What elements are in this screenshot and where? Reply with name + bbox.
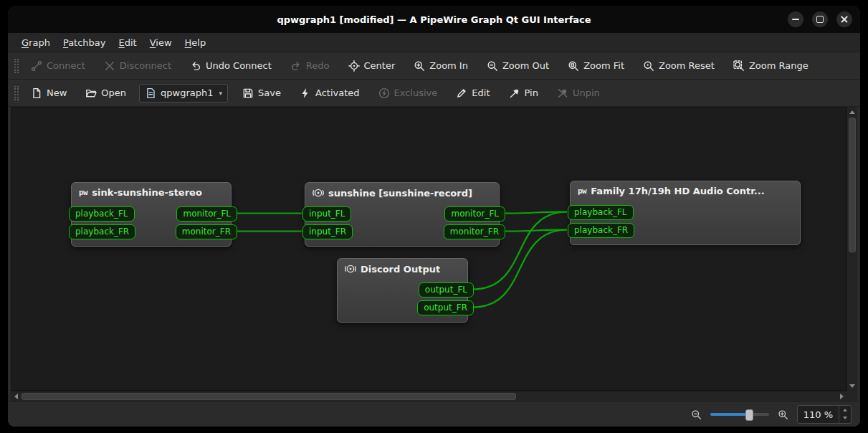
- application-icon: [345, 263, 356, 275]
- center-icon: [348, 60, 360, 72]
- menu-help[interactable]: Help: [178, 35, 213, 50]
- button-label: Zoom Range: [749, 60, 809, 71]
- toolbar-patchbay: NewOpenqpwgraph1▾SaveActivatedExclusiveE…: [8, 80, 860, 107]
- desktop-background: qpwgraph1 [modified] — A PipeWire Graph …: [0, 0, 868, 433]
- button-label: Unpin: [573, 87, 600, 98]
- minimize-button[interactable]: [788, 11, 803, 27]
- new-icon: [31, 87, 42, 99]
- zoom-spinbox[interactable]: 110 %: [797, 405, 852, 424]
- exclusive-button[interactable]: Exclusive: [373, 84, 444, 103]
- zoom-slider-fill: [710, 413, 749, 416]
- center-button[interactable]: Center: [343, 57, 401, 75]
- button-label: Undo Connect: [206, 60, 272, 71]
- activated-icon: [300, 87, 311, 99]
- patchbay-selector[interactable]: qpwgraph1▾: [139, 84, 228, 103]
- unpin-icon: [557, 87, 568, 99]
- node-discord-output[interactable]: Discord Outputoutput_FLoutput_FR: [337, 258, 468, 323]
- app-window: qpwgraph1 [modified] — A PipeWire Graph …: [8, 6, 860, 427]
- zoom-reset-button[interactable]: Zoom Reset: [637, 57, 720, 75]
- port-playback_FL[interactable]: playback_FL: [568, 205, 634, 220]
- pin-icon: [509, 87, 520, 99]
- zoom-range-button[interactable]: Zoom Range: [728, 57, 814, 75]
- node-title: sunshine [sunshine-record]: [328, 188, 472, 199]
- close-button[interactable]: [836, 11, 852, 27]
- button-label: Activated: [315, 87, 360, 98]
- node-header: pwsink-sunshine-stereo: [72, 183, 231, 198]
- horizontal-scrollbar-handle[interactable]: [22, 393, 516, 400]
- canvas-area: pwsink-sunshine-stereoplayback_FLplaybac…: [11, 107, 857, 401]
- zoom-out-button[interactable]: Zoom Out: [481, 57, 555, 75]
- open-button[interactable]: Open: [80, 84, 132, 103]
- port-input_FR[interactable]: input_FR: [302, 224, 353, 239]
- button-label: Open: [101, 87, 126, 98]
- exclusive-icon: [378, 87, 390, 99]
- patchbay-selector-value: qpwgraph1: [161, 87, 213, 98]
- spin-up-button[interactable]: [839, 406, 851, 414]
- minimize-icon: [792, 19, 799, 20]
- vertical-scrollbar-handle[interactable]: [849, 118, 856, 252]
- save-button[interactable]: Save: [237, 84, 287, 103]
- node-sunshine[interactable]: sunshine [sunshine-record]input_FLinput_…: [305, 182, 500, 247]
- horizontal-scrollbar[interactable]: [11, 391, 846, 401]
- port-monitor_FL[interactable]: monitor_FL: [444, 206, 505, 222]
- button-label: Zoom Fit: [583, 60, 624, 71]
- disconnect-button[interactable]: Disconnect: [98, 57, 177, 75]
- maximize-button[interactable]: [812, 11, 828, 27]
- zoom-out-icon: [487, 60, 498, 72]
- zoom-fit-button[interactable]: Zoom Fit: [562, 57, 630, 75]
- undo-icon: [190, 60, 201, 72]
- edit-button[interactable]: Edit: [450, 84, 495, 103]
- zoom-in-button[interactable]: Zoom In: [408, 57, 474, 75]
- port-output_FL[interactable]: output_FL: [419, 282, 474, 298]
- new-button[interactable]: New: [25, 84, 72, 103]
- node-header: sunshine [sunshine-record]: [305, 183, 499, 199]
- zoom-out-icon-button[interactable]: [691, 409, 702, 420]
- titlebar[interactable]: qpwgraph1 [modified] — A PipeWire Graph …: [8, 6, 860, 33]
- port-output_FR[interactable]: output_FR: [417, 300, 474, 315]
- menu-patchbay[interactable]: Patchbay: [57, 35, 113, 50]
- redo-button[interactable]: Redo: [285, 57, 335, 75]
- button-label: Redo: [306, 60, 330, 71]
- scroll-right-button[interactable]: [836, 391, 846, 401]
- scroll-up-button[interactable]: [847, 107, 857, 117]
- close-icon: [840, 15, 849, 24]
- zoom-slider[interactable]: [710, 409, 769, 419]
- scrollbar-corner: [846, 391, 857, 401]
- button-label: New: [47, 87, 67, 98]
- graph-canvas[interactable]: pwsink-sunshine-stereoplayback_FLplaybac…: [11, 107, 846, 391]
- zoom-in-icon-button[interactable]: [778, 409, 788, 420]
- port-monitor_FR[interactable]: monitor_FR: [176, 224, 237, 239]
- node-family-audio[interactable]: pwFamily 17h/19h HD Audio Contr...playba…: [570, 181, 801, 245]
- port-monitor_FL[interactable]: monitor_FL: [176, 206, 237, 222]
- node-header: Discord Output: [338, 259, 467, 275]
- spin-down-button[interactable]: [839, 414, 851, 422]
- zoom-in-icon: [414, 60, 425, 72]
- port-playback_FR[interactable]: playback_FR: [69, 224, 135, 239]
- undo-connect-button[interactable]: Undo Connect: [184, 57, 277, 75]
- node-title: Discord Output: [361, 264, 440, 275]
- zoom-slider-handle[interactable]: [745, 409, 753, 421]
- scroll-down-button[interactable]: [847, 381, 857, 391]
- unpin-button[interactable]: Unpin: [551, 84, 606, 103]
- toolbar-grip[interactable]: [14, 86, 19, 100]
- right-arrow-icon: [840, 394, 844, 399]
- port-monitor_FR[interactable]: monitor_FR: [444, 224, 505, 239]
- activated-button[interactable]: Activated: [294, 84, 366, 103]
- menu-edit[interactable]: Edit: [113, 35, 143, 50]
- port-playback_FR[interactable]: playback_FR: [568, 223, 634, 238]
- maximize-icon: [816, 16, 824, 23]
- port-playback_FL[interactable]: playback_FL: [69, 206, 135, 222]
- menu-view[interactable]: View: [143, 35, 178, 50]
- zoom-reset-icon: [643, 60, 654, 72]
- connect-button[interactable]: Connect: [25, 57, 91, 75]
- scroll-left-button[interactable]: [11, 391, 21, 401]
- zoom-value: 110 %: [798, 409, 839, 420]
- menu-graph[interactable]: Graph: [15, 35, 57, 50]
- port-input_FL[interactable]: input_FL: [302, 206, 351, 222]
- pin-button[interactable]: Pin: [503, 84, 544, 103]
- spin-down-icon: [843, 417, 847, 419]
- spin-up-icon: [843, 409, 847, 411]
- vertical-scrollbar[interactable]: [846, 107, 857, 391]
- toolbar-grip[interactable]: [14, 59, 19, 73]
- node-sink-sunshine-stereo[interactable]: pwsink-sunshine-stereoplayback_FLplaybac…: [71, 182, 232, 247]
